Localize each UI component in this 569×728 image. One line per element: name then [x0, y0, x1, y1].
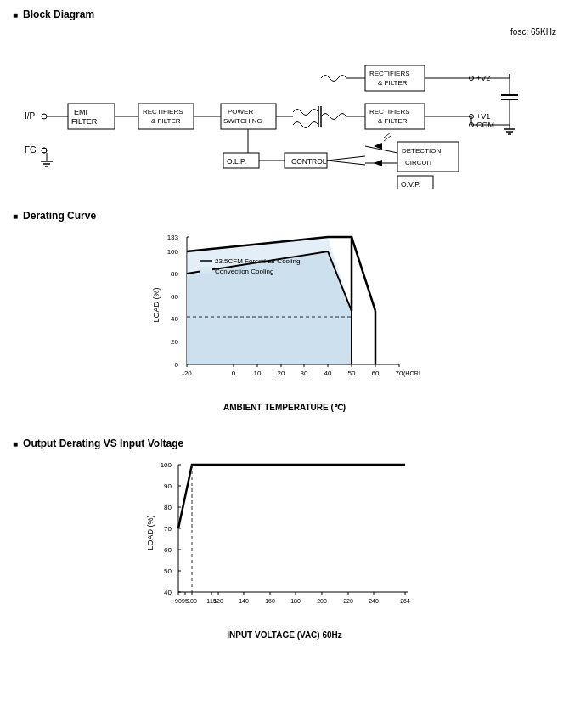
ip-label: I/P — [25, 111, 36, 121]
svg-text:100: 100 — [187, 598, 197, 604]
svg-text:10: 10 — [254, 370, 262, 377]
derating-curve-svg: LOAD (%) 0 20 40 60 80 100 133 -20 0 10 — [149, 229, 420, 398]
rect-filter2-l2: & FILTER — [378, 79, 408, 87]
detection-l1: DETECTION — [402, 147, 441, 155]
output-derating-title: Output Derating VS Input Voltage — [13, 437, 556, 449]
svg-text:90: 90 — [175, 598, 182, 604]
svg-text:20: 20 — [171, 338, 178, 346]
control-label: CONTROL — [291, 157, 327, 166]
svg-text:30: 30 — [301, 370, 308, 377]
block-diagram-svg: I/P FG EMI FILTER RECTIFIERS & FILTER PO… — [13, 27, 556, 189]
convection-legend: Convection Cooling — [215, 268, 273, 275]
svg-text:100: 100 — [161, 461, 172, 469]
svg-text:40: 40 — [164, 589, 172, 596]
svg-text:-20: -20 — [182, 370, 192, 377]
svg-text:264: 264 — [400, 598, 410, 604]
svg-text:60: 60 — [164, 546, 172, 554]
svg-point-0 — [42, 114, 47, 119]
olp-label: O.L.P. — [227, 157, 246, 166]
svg-marker-85 — [187, 237, 352, 364]
rect-filter2-l1: RECTIFIERS — [369, 70, 410, 77]
detection-l2: CIRCUIT — [405, 159, 433, 166]
output-derating-svg: LOAD (%) 40 50 60 70 80 90 100 90 — [144, 456, 425, 626]
output-derating-section: Output Derating VS Input Voltage LOAD (%… — [13, 437, 556, 640]
output-y-label: LOAD (%) — [146, 515, 155, 550]
derating-y-label: LOAD (%) — [152, 287, 161, 322]
emi-filter-label1: EMI — [74, 108, 87, 116]
svg-text:50: 50 — [164, 567, 172, 575]
derating-curve-title: Derating Curve — [13, 210, 556, 222]
svg-text:20: 20 — [278, 370, 285, 377]
svg-text:160: 160 — [265, 598, 275, 604]
fosc-label: fosc: 65KHz — [510, 27, 556, 37]
power-sw-l2: SWITCHING — [223, 117, 262, 125]
svg-text:0: 0 — [175, 361, 179, 369]
block-diagram-section: Block Diagram fosc: 65KHz I/P FG EMI FIL… — [13, 8, 556, 193]
svg-text:80: 80 — [164, 504, 172, 511]
svg-text:120: 120 — [213, 598, 223, 604]
svg-text:200: 200 — [317, 598, 327, 604]
output-x-axis-label: INPUT VOLTAGE (VAC) 60Hz — [13, 630, 556, 640]
derating-x-axis-label: AMBIENT TEMPERATURE (℃) — [13, 403, 556, 412]
svg-text:60: 60 — [372, 370, 380, 377]
svg-line-44 — [327, 161, 365, 165]
svg-text:140: 140 — [239, 598, 249, 604]
svg-line-43 — [327, 156, 365, 161]
svg-text:40: 40 — [171, 315, 178, 323]
svg-text:40: 40 — [324, 370, 332, 377]
power-sw-l1: POWER — [228, 108, 253, 116]
svg-text:0: 0 — [232, 370, 236, 377]
svg-text:50: 50 — [348, 370, 356, 377]
svg-marker-36 — [374, 160, 382, 166]
svg-text:60: 60 — [171, 293, 178, 301]
svg-text:70: 70 — [396, 370, 403, 377]
rect-filter3-l2: & FILTER — [378, 117, 408, 125]
rect-filter1-l2: & FILTER — [151, 117, 181, 125]
svg-text:220: 220 — [343, 598, 353, 604]
fg-label: FG — [25, 145, 37, 155]
v1-label: +V1 — [476, 112, 490, 121]
svg-text:70: 70 — [164, 525, 172, 533]
svg-text:240: 240 — [369, 598, 379, 604]
svg-text:100: 100 — [167, 248, 179, 256]
svg-line-89 — [352, 237, 375, 311]
derating-curve-section: Derating Curve LOAD (%) 0 20 40 60 80 10… — [13, 210, 556, 412]
svg-text:90: 90 — [164, 483, 172, 490]
svg-rect-92 — [200, 267, 212, 274]
emi-filter-label2: FILTER — [71, 117, 98, 126]
ovp-label: O.V.P. — [401, 180, 420, 189]
rect-filter3-l1: RECTIFIERS — [369, 108, 410, 116]
svg-text:80: 80 — [171, 270, 178, 278]
block-diagram-title: Block Diagram — [13, 8, 556, 20]
svg-point-50 — [42, 148, 47, 153]
horizontal-label: (HORIZONTAL) — [403, 370, 420, 377]
svg-text:180: 180 — [290, 598, 301, 604]
rect-filter1-l1: RECTIFIERS — [143, 108, 183, 116]
svg-text:133: 133 — [167, 234, 179, 241]
forced-air-legend: 23.5CFM Forced air Cooling — [215, 257, 300, 265]
